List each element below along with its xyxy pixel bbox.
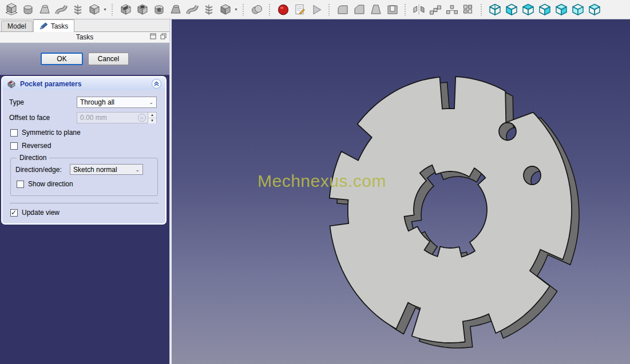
additive-loft-icon [38, 3, 51, 17]
toolbar-macro-play-button[interactable] [308, 2, 324, 18]
toolbar-handle[interactable] [111, 3, 114, 16]
dropdown-arrow-icon[interactable]: ▾ [233, 2, 239, 18]
toolbar-additive-helix-button[interactable] [69, 2, 86, 18]
toolbar-handle[interactable] [328, 3, 331, 16]
direction-edge-combobox[interactable]: Sketch normal ⌄ [70, 164, 143, 175]
toolbar-additive-loft-button[interactable] [36, 2, 53, 18]
part-top-face[interactable] [330, 77, 572, 343]
toolbar-view-left-button[interactable] [586, 2, 603, 18]
direction-group-label: Direction [17, 154, 49, 162]
toolbar-handle[interactable] [404, 3, 407, 16]
boolean-icon [250, 3, 264, 17]
toolbar-view-bottom-button[interactable] [569, 2, 586, 18]
direction-edge-label: Direction/edge: [15, 166, 70, 174]
toolbar-macro-edit-button[interactable] [291, 2, 308, 18]
toolbar-view-isometric-button[interactable] [486, 2, 503, 18]
toolbar-mirrored-button[interactable] [410, 2, 427, 18]
toolbar-boolean-button[interactable] [248, 2, 265, 18]
toolbar-subtractive-pipe-button[interactable] [184, 2, 200, 18]
pocket-parameters-title: Pocket parameters [20, 80, 148, 88]
polar-pattern-icon [445, 3, 459, 17]
pocket-part-model[interactable] [172, 19, 630, 364]
update-view-checkbox[interactable]: Update view [10, 209, 158, 217]
ok-button[interactable]: OK [41, 53, 83, 65]
freecad-window: ▾▾ Model Tasks Tasks [0, 0, 630, 364]
toolbar-view-front-button[interactable] [503, 2, 520, 18]
toolbar-subtractive-loft-button[interactable] [167, 2, 184, 18]
pocket-icon [119, 3, 133, 17]
toolbar-macro-record-button[interactable] [275, 2, 291, 18]
float-panel-icon[interactable] [150, 33, 156, 39]
popout-panel-icon[interactable] [160, 33, 167, 39]
additive-primitive-icon [88, 3, 101, 17]
pocket-parameters-header[interactable]: Pocket parameters [2, 77, 165, 90]
reversed-checkbox[interactable]: Reversed [10, 142, 158, 150]
separator [10, 203, 159, 203]
macro-edit-icon [293, 3, 307, 17]
subtractive-loft-icon [169, 3, 183, 17]
subtractive-primitive-icon [219, 3, 232, 17]
cancel-button[interactable]: Cancel [88, 53, 129, 65]
main-area: Model Tasks Tasks [0, 19, 630, 364]
spin-up-button[interactable]: ▲ [148, 113, 156, 118]
tasks-panel-header: Tasks [0, 32, 169, 43]
toolbar-pad-button[interactable] [3, 2, 19, 18]
toolbar-fillet-button[interactable] [334, 2, 351, 18]
tasks-panel: Model Tasks Tasks [0, 19, 169, 364]
toolbar-handle[interactable] [268, 3, 271, 16]
pencil-icon [39, 22, 48, 30]
type-combobox[interactable]: Through all ⌄ [77, 97, 157, 108]
tab-model[interactable]: Model [1, 21, 33, 31]
toolbar-additive-pipe-button[interactable] [53, 2, 69, 18]
toolbar-pocket-button[interactable] [117, 2, 134, 18]
toolbar-polar-pattern-button[interactable] [443, 2, 460, 18]
symmetric-to-plane-checkbox[interactable]: Symmetric to plane [10, 129, 158, 137]
chevron-down-icon: ⌄ [135, 167, 140, 173]
expression-icon[interactable]: fx [138, 114, 146, 122]
toolbar-group-partdesign-additive: ▾ [1, 0, 109, 19]
toolbar-view-top-button[interactable] [520, 2, 536, 18]
watermark-text: Mechnexus.com [257, 171, 386, 191]
toolbar-multitransform-button[interactable] [460, 2, 477, 18]
tasks-panel-body: Pocket parameters Type Throu [0, 75, 169, 364]
toolbar-view-rear-button[interactable] [553, 2, 569, 18]
chevron-down-icon: ⌄ [149, 99, 153, 105]
pad-icon [5, 3, 18, 17]
toolbar-handle[interactable] [242, 3, 245, 16]
checkbox-box [17, 181, 24, 188]
toolbar-revolution-button[interactable] [19, 2, 36, 18]
toolbar-groove-button[interactable] [150, 2, 167, 18]
toolbar-chamfer-button[interactable] [351, 2, 367, 18]
toolbar-subtractive-helix-button[interactable] [200, 2, 217, 18]
toolbar-draft-button[interactable] [367, 2, 384, 18]
toolbar-thickness-button[interactable] [384, 2, 401, 18]
toolbar-hole-button[interactable] [134, 2, 150, 18]
spin-down-button[interactable]: ▼ [148, 118, 156, 123]
collapse-button[interactable] [152, 79, 161, 89]
offset-to-face-value: 0.00 mm [80, 114, 138, 122]
groove-icon [152, 3, 166, 17]
checkbox-box [10, 142, 18, 150]
dropdown-arrow-icon[interactable]: ▾ [102, 2, 108, 18]
toolbar-handle[interactable] [480, 3, 483, 16]
show-direction-checkbox[interactable]: Show direction [17, 180, 152, 188]
hole-icon [136, 3, 149, 17]
toolbar-view-right-button[interactable] [536, 2, 553, 18]
tab-tasks[interactable]: Tasks [33, 19, 75, 32]
toolbar-additive-primitive-button[interactable] [86, 2, 102, 18]
3d-viewport[interactable]: Mechnexus.com [172, 19, 630, 364]
direction-groupbox: Direction Direction/edge: Sketch normal … [10, 158, 158, 196]
offset-to-face-field[interactable]: 0.00 mm fx ▲ ▼ [77, 112, 157, 123]
macro-play-icon [310, 3, 323, 17]
linear-pattern-icon [429, 3, 442, 17]
symmetric-to-plane-label: Symmetric to plane [22, 129, 81, 137]
tab-model-label: Model [7, 22, 26, 30]
view-bottom-icon [571, 3, 585, 17]
reversed-label: Reversed [22, 142, 51, 150]
toolbar-group-partdesign-boolean [247, 0, 267, 19]
toolbar-linear-pattern-button[interactable] [427, 2, 443, 18]
toolbar-group-dressup [332, 0, 402, 19]
chamfer-icon [352, 3, 366, 17]
tasks-panel-title: Tasks [76, 33, 94, 41]
toolbar-subtractive-primitive-button[interactable] [217, 2, 233, 18]
